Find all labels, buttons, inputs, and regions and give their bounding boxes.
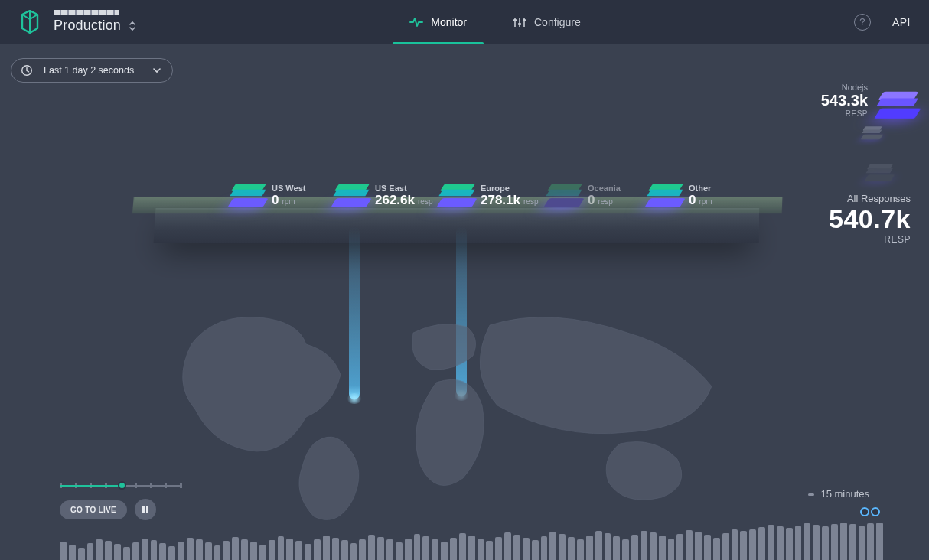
timeline-bar <box>740 531 747 560</box>
timeline-bar <box>432 539 438 561</box>
timeline-bar <box>876 523 883 561</box>
environment-selector[interactable]: Production <box>54 10 136 34</box>
timeline-bar <box>650 532 657 560</box>
nodejs-cube-icon <box>883 90 914 121</box>
region-oceania[interactable]: Oceania 0resp <box>549 181 645 211</box>
timeline-bar <box>60 542 67 560</box>
timeline-bar <box>314 539 321 560</box>
timeline-bar <box>159 543 166 560</box>
svg-rect-0 <box>513 19 517 21</box>
timeline-bar <box>605 533 611 560</box>
region-unit: resp <box>598 197 612 206</box>
timeline-bar <box>396 542 403 560</box>
timeline-bar <box>577 539 584 560</box>
timeline-bar <box>414 534 421 560</box>
timeline-bar <box>532 540 539 560</box>
timeline-bar <box>523 538 530 560</box>
timeline-bar <box>559 534 566 560</box>
region-value: 262.6k <box>375 193 415 208</box>
slider-knob[interactable] <box>118 481 126 490</box>
timeline-bar <box>459 533 466 560</box>
region-europe[interactable]: Europe 278.1kresp <box>442 181 538 211</box>
timeline-granularity-label: 15 minutes <box>820 488 869 500</box>
header-right: ? API <box>854 14 911 31</box>
timeline-bar <box>813 525 820 560</box>
timeline-bar <box>114 544 121 560</box>
timeline-bar <box>87 543 94 560</box>
timeline-bar <box>468 536 475 560</box>
svg-rect-5 <box>146 506 148 513</box>
timeline-bar <box>849 524 856 560</box>
timeline-bar <box>123 547 130 560</box>
timeline-bar <box>286 539 293 560</box>
timeline-bar <box>441 542 448 560</box>
dash-icon <box>808 493 814 496</box>
timeline-bar <box>341 540 348 560</box>
timeline-bar <box>96 539 103 561</box>
timeline-bar <box>695 532 702 560</box>
timeline-bar <box>486 541 493 560</box>
timeline-bar <box>631 535 638 560</box>
region-value: 0 <box>588 193 595 208</box>
timeline-bar <box>495 537 502 560</box>
timeline-bar <box>478 539 484 560</box>
timeline-bar <box>269 540 275 560</box>
timeline-bar <box>676 534 683 560</box>
region-name: Other <box>689 184 746 193</box>
timeline-bar <box>405 539 412 560</box>
timeline-bar <box>205 542 212 560</box>
playback-speed-slider[interactable] <box>60 480 182 491</box>
timeline-bar <box>704 535 711 560</box>
timeline-bar <box>549 532 556 560</box>
time-range-selector[interactable]: Last 1 day 2 seconds <box>11 58 173 83</box>
timeline-granularity: 15 minutes <box>808 488 869 500</box>
pause-button[interactable] <box>135 499 156 520</box>
nav-monitor[interactable]: Monitor <box>409 0 467 44</box>
nav-configure[interactable]: Configure <box>513 0 581 44</box>
timeline-bar <box>305 544 311 560</box>
help-icon[interactable]: ? <box>854 14 871 31</box>
timeline-bar <box>250 542 257 560</box>
region-unit: rpm <box>282 197 295 206</box>
chevron-updown-icon <box>129 21 136 31</box>
timeline-bar <box>386 539 393 560</box>
timeline-bar <box>840 523 847 560</box>
chevron-down-icon <box>152 66 161 75</box>
timeline-bar <box>622 539 629 561</box>
region-other[interactable]: Other 0rpm <box>650 181 746 211</box>
timeline-bar <box>377 537 384 560</box>
geo-visualization[interactable]: US West 0rpm US East 262.6kresp Europe 2… <box>0 138 929 483</box>
timeline-bar <box>831 524 838 560</box>
primary-nav: Monitor Configure <box>136 0 854 44</box>
svg-rect-1 <box>518 23 521 25</box>
timeline-bar <box>713 538 720 560</box>
region-value: 0 <box>272 193 279 208</box>
go-to-live-button[interactable]: GO TO LIVE <box>60 500 127 519</box>
timeline-bar <box>595 531 602 560</box>
region-cube-icon <box>233 181 264 211</box>
timeline-marker-start[interactable] <box>871 507 880 516</box>
timeline-bar <box>105 541 112 560</box>
time-range-label: Last 1 day 2 seconds <box>44 65 134 76</box>
app-header: Production Monitor Configure ? API <box>0 0 929 44</box>
timeline-bar <box>368 535 375 560</box>
timeline-bar <box>422 536 429 560</box>
api-link[interactable]: API <box>892 16 911 28</box>
timeline-marker-end[interactable] <box>860 507 869 516</box>
timeline-bar <box>259 545 266 560</box>
sliders-icon <box>513 16 526 28</box>
stat-nodejs-unit: RESP <box>821 109 868 118</box>
environment-loading-indicator <box>54 10 119 15</box>
region-us-east[interactable]: US East 262.6kresp <box>337 181 432 211</box>
region-name: Oceania <box>588 184 645 193</box>
app-logo <box>18 9 41 35</box>
timeline-histogram[interactable] <box>60 518 883 560</box>
timeline-bar <box>568 537 575 560</box>
svg-rect-4 <box>142 506 145 513</box>
timeline-bar <box>758 527 765 560</box>
region-us-west[interactable]: US West 0rpm <box>233 181 329 211</box>
nav-monitor-label: Monitor <box>431 16 467 28</box>
timeline-bar <box>450 538 457 560</box>
timeline-bar <box>749 529 756 560</box>
timeline-bar <box>586 536 593 560</box>
